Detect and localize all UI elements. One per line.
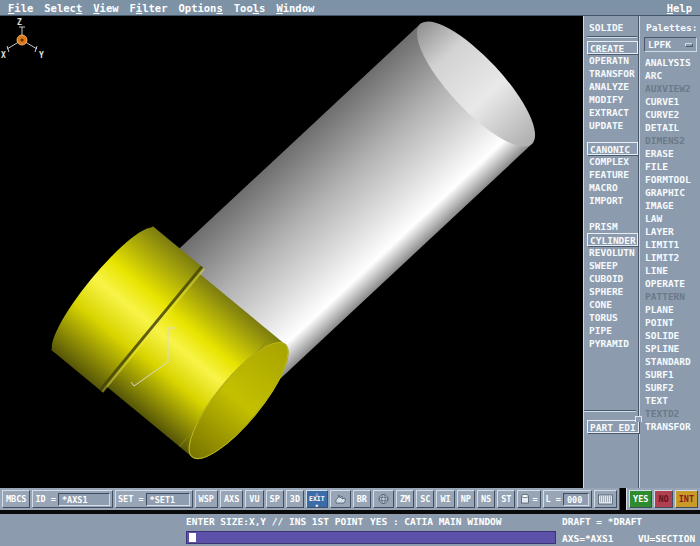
l-value-field[interactable]: 000 — [563, 493, 589, 506]
keyboard-button[interactable] — [594, 490, 617, 508]
exit-button[interactable]: ▫ EXIT ▪ — [306, 490, 328, 508]
palette-item-solide[interactable]: SOLIDE — [644, 330, 700, 343]
palette-item-transfor[interactable]: TRANSFOR — [644, 421, 700, 434]
solide-item-cuboid[interactable]: CUBOID — [587, 272, 638, 285]
equals-label: = — [532, 494, 537, 504]
3d-button[interactable]: 3D — [286, 490, 304, 508]
axs-button[interactable]: AXS — [220, 490, 243, 508]
palette-item-text[interactable]: TEXT — [644, 395, 700, 408]
sp-button[interactable]: SP — [266, 490, 284, 508]
part-edit-button[interactable]: PART EDI — [587, 420, 639, 433]
palette-item-arc[interactable]: ARC — [644, 70, 700, 83]
command-input[interactable] — [186, 531, 556, 544]
palette-item-standard[interactable]: STANDARD — [644, 356, 700, 369]
solide-item-transfor[interactable]: TRANSFOR — [587, 67, 638, 80]
palette-item-curve1[interactable]: CURVE1 — [644, 96, 700, 109]
solide-item-complex[interactable]: COMPLEX — [587, 155, 638, 168]
wireframe-sphere-icon — [377, 493, 390, 505]
palette-item-limit2[interactable]: LIMIT2 — [644, 252, 700, 265]
solide-item-torus[interactable]: TORUS — [587, 311, 638, 324]
palette-item-point[interactable]: POINT — [644, 317, 700, 330]
hand-icon — [334, 493, 347, 505]
st-button[interactable]: ST — [497, 490, 515, 508]
svg-text:Y: Y — [39, 51, 44, 60]
palette-item-surf2[interactable]: SURF2 — [644, 382, 700, 395]
palette-item-layer[interactable]: LAYER — [644, 226, 700, 239]
palette-item-surf1[interactable]: SURF1 — [644, 369, 700, 382]
solide-item-update[interactable]: UPDATE — [587, 119, 638, 132]
palettes-column: Palettes: LPFK ANALYSIS ARC AUXVIEW2 CUR… — [639, 16, 700, 488]
int-button[interactable]: INT — [675, 490, 698, 508]
menu-options[interactable]: Options — [178, 2, 222, 14]
solide-item-sweep[interactable]: SWEEP — [587, 259, 638, 272]
palette-item-formtool[interactable]: FORMTOOL — [644, 174, 700, 187]
palette-item-file[interactable]: FILE — [644, 161, 700, 174]
palette-item-line[interactable]: LINE — [644, 265, 700, 278]
divider — [584, 410, 636, 412]
palette-item-plane[interactable]: PLANE — [644, 304, 700, 317]
solide-item-feature[interactable]: FEATURE — [587, 168, 638, 181]
model-canvas[interactable]: Z X Y — [0, 16, 583, 488]
menu-view[interactable]: View — [93, 2, 118, 14]
no-button[interactable]: NO — [654, 490, 672, 508]
solide-item-operatn[interactable]: OPERATN — [587, 54, 638, 67]
vu-status: VU=SECTION — [638, 533, 695, 544]
sc-button[interactable]: SC — [416, 490, 434, 508]
set-value-field[interactable]: *SET1 — [146, 493, 190, 506]
np-button[interactable]: NP — [457, 490, 475, 508]
palette-item-limit1[interactable]: LIMIT1 — [644, 239, 700, 252]
text-cursor — [189, 533, 196, 542]
ns-button[interactable]: NS — [477, 490, 495, 508]
solide-item-sphere[interactable]: SPHERE — [587, 285, 638, 298]
yes-button[interactable]: YES — [629, 490, 652, 508]
solide-item-analyze[interactable]: ANALYZE — [587, 80, 638, 93]
solide-item-canonic[interactable]: CANONIC — [587, 142, 638, 155]
palette-item-law[interactable]: LAW — [644, 213, 700, 226]
palette-item-erase[interactable]: ERASE — [644, 148, 700, 161]
message-text: YES : CATIA MAIN WINDOW — [370, 516, 502, 527]
bottom-toolbar: MBCS ID = *AXS1 SET = *SET1 WSP AXS VU S… — [0, 488, 700, 510]
solide-item-pyramid[interactable]: PYRAMID — [587, 337, 638, 350]
palette-item-graphic[interactable]: GRAPHIC — [644, 187, 700, 200]
viewport-3d[interactable]: Z X Y — [0, 16, 583, 488]
id-label: ID = — [35, 494, 55, 504]
mbcs-button[interactable]: MBCS — [2, 490, 30, 508]
solide-item-cylinder[interactable]: CYLINDER — [587, 233, 638, 246]
palette-dropdown[interactable]: LPFK — [644, 37, 697, 52]
menu-tools[interactable]: Tools — [234, 2, 266, 14]
solide-item-revolutn[interactable]: REVOLUTN — [587, 246, 638, 259]
solide-item-macro[interactable]: MACRO — [587, 181, 638, 194]
set-label: SET = — [118, 494, 144, 504]
id-value-field[interactable]: *AXS1 — [58, 493, 110, 506]
solide-item-pipe[interactable]: PIPE — [587, 324, 638, 337]
menu-window[interactable]: Window — [276, 2, 314, 14]
palette-item-operate[interactable]: OPERATE — [644, 278, 700, 291]
menu-select[interactable]: Select — [44, 2, 82, 14]
zm-button[interactable]: ZM — [396, 490, 414, 508]
menu-help[interactable]: Help — [667, 2, 692, 14]
menu-file[interactable]: File — [8, 2, 33, 14]
status-row-input: AXS=*AXS1 VU=SECTION — [0, 530, 700, 546]
solide-item-prism[interactable]: PRISM — [587, 220, 638, 233]
palette-item-image[interactable]: IMAGE — [644, 200, 700, 213]
palette-item-spline[interactable]: SPLINE — [644, 343, 700, 356]
axis-triad-icon: Z X Y — [1, 18, 44, 60]
prompt-text: ENTER SIZE:X,Y // INS 1ST POINT — [186, 516, 363, 527]
palette-item-detail[interactable]: DETAIL — [644, 122, 700, 135]
palette-item-analysis[interactable]: ANALYSIS — [644, 57, 700, 70]
menu-filter[interactable]: Filter — [130, 2, 168, 14]
hand-icon-button[interactable] — [330, 490, 351, 508]
wi-button[interactable]: WI — [436, 490, 454, 508]
solide-item-modify[interactable]: MODIFY — [587, 93, 638, 106]
layer-field-group: L = 000 — [543, 490, 592, 508]
sphere-icon-button[interactable] — [373, 490, 394, 508]
set-field-group: SET = *SET1 — [115, 490, 193, 508]
solide-item-create[interactable]: CREATE — [587, 41, 638, 54]
wsp-button[interactable]: WSP — [195, 490, 218, 508]
solide-item-cone[interactable]: CONE — [587, 298, 638, 311]
br-button[interactable]: BR — [353, 490, 371, 508]
palette-item-curve2[interactable]: CURVE2 — [644, 109, 700, 122]
solide-item-import[interactable]: IMPORT — [587, 194, 638, 207]
solide-item-extract[interactable]: EXTRACT — [587, 106, 638, 119]
vu-button[interactable]: VU — [245, 490, 263, 508]
